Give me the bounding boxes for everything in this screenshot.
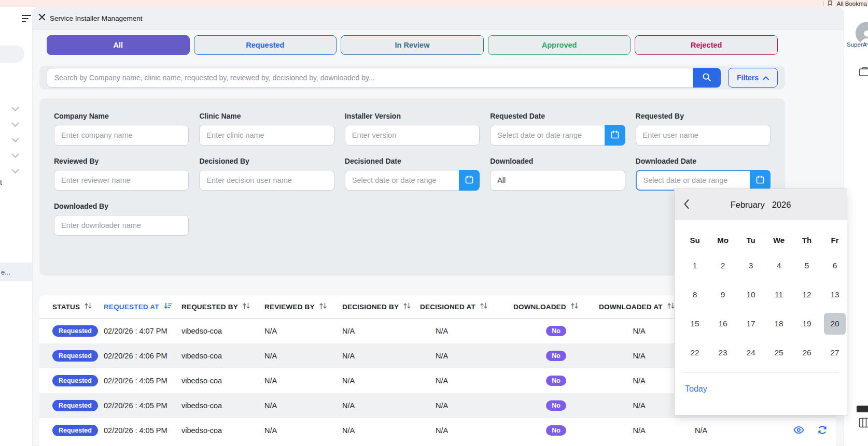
search-button[interactable] bbox=[693, 68, 721, 88]
calendar-day-13[interactable]: 13 bbox=[821, 284, 847, 306]
tab-in-review[interactable]: In Review bbox=[341, 35, 484, 55]
calendar-day-18[interactable]: 18 bbox=[765, 313, 793, 335]
calendar-day-22[interactable]: 22 bbox=[681, 342, 709, 364]
column-header-requested_at[interactable]: REQUESTED AT bbox=[104, 302, 181, 311]
calendar-month[interactable]: February bbox=[731, 200, 765, 210]
downloaded-by-input[interactable] bbox=[54, 215, 189, 236]
refresh-button[interactable] bbox=[818, 425, 827, 436]
tab-approved[interactable]: Approved bbox=[488, 35, 631, 55]
calendar-day-25[interactable]: 25 bbox=[765, 342, 793, 364]
column-header-status[interactable]: STATUS bbox=[52, 302, 104, 311]
calendar-day-16[interactable]: 16 bbox=[709, 313, 737, 335]
column-header-reviewed_by[interactable]: REVIEWED BY bbox=[264, 302, 342, 311]
sort-icon bbox=[84, 302, 92, 311]
calendar-day-23[interactable]: 23 bbox=[709, 342, 737, 364]
sidebar-highlighted-item[interactable]: e... bbox=[0, 263, 32, 281]
page-header: Service Installer Management bbox=[32, 7, 844, 30]
calendar-day-9[interactable]: 9 bbox=[709, 284, 737, 306]
clinic-name-input[interactable] bbox=[199, 125, 334, 146]
calendar-day-11[interactable]: 11 bbox=[765, 284, 793, 306]
tab-label: All bbox=[114, 41, 123, 49]
downloaded-badge: No bbox=[546, 376, 566, 386]
sort-icon bbox=[570, 302, 579, 311]
all-bookmarks[interactable]: All Bookma bbox=[823, 0, 868, 7]
chevron-down-icon[interactable] bbox=[11, 169, 19, 174]
divider bbox=[823, 1, 823, 6]
briefcase-icon[interactable] bbox=[859, 66, 868, 79]
company-name-input[interactable] bbox=[54, 125, 189, 146]
tab-all[interactable]: All bbox=[47, 35, 190, 55]
sort-icon bbox=[242, 302, 250, 311]
calendar-day-26[interactable]: 26 bbox=[793, 342, 821, 364]
filters-button[interactable]: Filters bbox=[728, 68, 778, 88]
requested-date-calendar-button[interactable] bbox=[605, 125, 625, 146]
calendar-day-4[interactable]: 4 bbox=[765, 255, 793, 277]
search-input[interactable] bbox=[47, 68, 693, 88]
tab-rejected[interactable]: Rejected bbox=[635, 35, 778, 55]
columns-icon[interactable] bbox=[859, 418, 868, 430]
reviewed-by-input[interactable] bbox=[54, 170, 189, 191]
decisioned-date-group bbox=[345, 170, 480, 191]
calendar-year[interactable]: 2026 bbox=[772, 200, 791, 210]
chevron-down-icon[interactable] bbox=[11, 122, 19, 127]
calendar-day-3[interactable]: 3 bbox=[737, 255, 765, 277]
column-header-downloaded_at[interactable]: DOWNLOADED AT bbox=[599, 302, 679, 311]
filters-label: Filters bbox=[737, 74, 759, 82]
calendar-day-15[interactable]: 15 bbox=[681, 313, 709, 335]
decisioned-by-input[interactable] bbox=[199, 170, 334, 191]
calendar-icon bbox=[755, 175, 765, 186]
calendar-today-link[interactable]: Today bbox=[675, 373, 707, 394]
downloaded-date-calendar-button[interactable] bbox=[750, 170, 771, 191]
filter-field-clinic-name: Clinic Name bbox=[199, 112, 334, 146]
requested-date-group bbox=[490, 125, 625, 146]
calendar-day-17[interactable]: 17 bbox=[737, 313, 765, 335]
calendar-day-8[interactable]: 8 bbox=[681, 284, 709, 306]
calendar-day-2[interactable]: 2 bbox=[709, 255, 737, 277]
calendar-day-20[interactable]: 20 bbox=[821, 313, 847, 335]
filter-field-decisioned-by: Decisioned By bbox=[199, 157, 334, 191]
column-header-downloaded[interactable]: DOWNLOADED bbox=[513, 302, 599, 311]
weekday-label: We bbox=[765, 236, 793, 244]
column-header-decisioned_at[interactable]: DECISIONED AT bbox=[420, 302, 513, 311]
filter-label: Downloaded bbox=[490, 157, 625, 165]
weekday-label: Fr bbox=[821, 236, 847, 244]
requested_at-cell: 02/20/26 : 4:06 PM bbox=[104, 352, 181, 360]
decisioned-date-calendar-button[interactable] bbox=[459, 170, 480, 191]
reviewed_by-cell: N/A bbox=[264, 426, 342, 435]
decisioned-at-cell: N/A bbox=[420, 401, 513, 410]
filter-field-decisioned-date: Decisioned Date bbox=[345, 157, 480, 191]
decisioned-date-input[interactable] bbox=[345, 170, 459, 191]
downloaded-select[interactable]: All bbox=[490, 170, 625, 191]
calendar-day-24[interactable]: 24 bbox=[737, 342, 765, 364]
chevron-down-icon[interactable] bbox=[11, 153, 19, 158]
downloaded-date-input[interactable] bbox=[636, 170, 750, 191]
view-button[interactable] bbox=[793, 425, 804, 436]
actions-cell bbox=[778, 425, 836, 436]
chevron-down-icon[interactable] bbox=[11, 138, 19, 142]
installer-version-input[interactable] bbox=[345, 125, 480, 146]
requested-by-input[interactable] bbox=[636, 125, 771, 146]
tab-requested[interactable]: Requested bbox=[194, 35, 337, 55]
column-header-decisioned_by[interactable]: DECISIONED BY bbox=[342, 302, 420, 311]
calendar-day-5[interactable]: 5 bbox=[793, 255, 821, 277]
calendar-prev-month-button[interactable] bbox=[683, 198, 690, 211]
sidebar: t e... bbox=[0, 7, 32, 446]
calendar-day-19[interactable]: 19 bbox=[793, 313, 821, 335]
calendar-day-1[interactable]: 1 bbox=[681, 255, 709, 277]
requested_at-cell: 02/20/26 : 4:05 PM bbox=[104, 377, 181, 385]
weekday-label: Su bbox=[681, 236, 709, 244]
calendar-day-27[interactable]: 27 bbox=[821, 342, 847, 364]
requested-date-input[interactable] bbox=[490, 125, 604, 146]
calendar-day-12[interactable]: 12 bbox=[793, 284, 821, 306]
window-icon[interactable] bbox=[857, 406, 868, 412]
chevron-down-icon[interactable] bbox=[11, 107, 19, 111]
date-picker-popup: February 2026 SuMoTuWeThFr 1234568910111… bbox=[674, 189, 847, 415]
calendar-day-10[interactable]: 10 bbox=[737, 284, 765, 306]
requested_by-cell: vibedso-coa bbox=[181, 327, 264, 335]
column-header-requested_by[interactable]: REQUESTED BY bbox=[181, 302, 264, 311]
menu-toggle-icon[interactable] bbox=[22, 15, 31, 23]
calendar-day-6[interactable]: 6 bbox=[821, 255, 847, 277]
decisioned-at-cell: N/A bbox=[420, 327, 513, 335]
column-label: REVIEWED BY bbox=[264, 303, 315, 311]
sidebar-active-item[interactable] bbox=[0, 46, 24, 63]
